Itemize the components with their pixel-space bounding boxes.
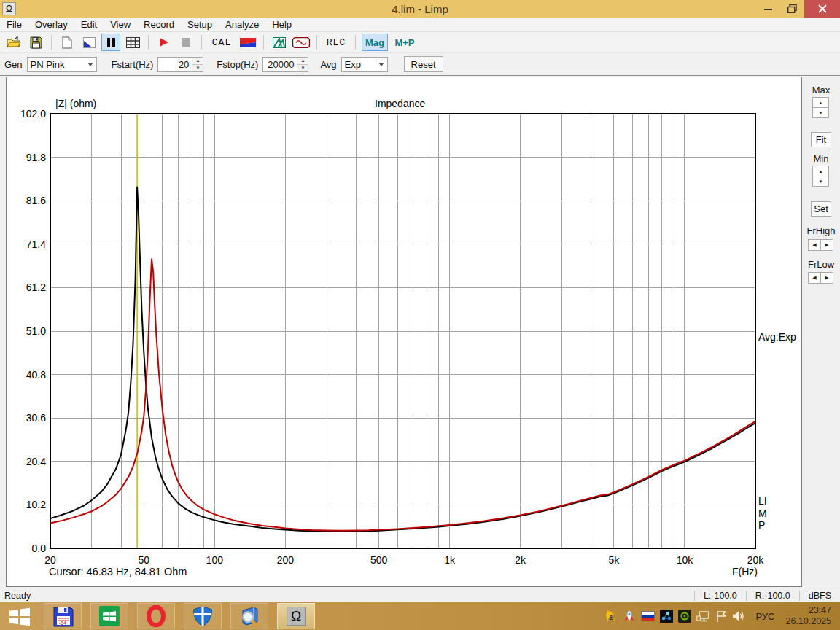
generator-setup-button[interactable] <box>79 34 98 51</box>
fstart-spinner[interactable]: ▲▼ <box>192 58 203 71</box>
max-down-button[interactable]: ▼ <box>812 107 829 118</box>
x-tick-label: 20k <box>734 554 777 566</box>
y-tick-label: 0.0 <box>9 542 46 554</box>
save-button[interactable] <box>26 34 45 51</box>
x-tick-label: 5k <box>592 554 636 566</box>
record-play-button[interactable] <box>155 34 174 51</box>
avg-value: Exp <box>345 59 361 70</box>
action-center-flag-icon[interactable] <box>715 610 727 623</box>
x-tick-label: 20 <box>28 554 72 566</box>
taskbar-app-search[interactable] <box>230 603 268 629</box>
reset-button[interactable]: Reset <box>404 56 443 72</box>
menu-item-record[interactable]: Record <box>137 18 181 31</box>
frlow-right-button[interactable]: ▶ <box>820 272 833 284</box>
chart-title: Impedance <box>375 98 425 109</box>
stop-icon <box>182 38 190 47</box>
generator-type-select[interactable]: PN Pink <box>27 57 97 72</box>
magnitude-view-button[interactable]: Mag <box>362 34 388 51</box>
molecule-icon[interactable] <box>660 610 673 623</box>
chevron-down-icon <box>378 63 384 66</box>
min-down-button[interactable]: ▼ <box>812 176 829 187</box>
cursor-readout: Cursor: 46.83 Hz, 84.81 Ohm <box>49 566 187 578</box>
toolbar: CAL RLC Mag M+P <box>0 32 840 53</box>
system-tray: a <box>604 605 840 627</box>
stop-button[interactable] <box>176 34 195 51</box>
fit-button[interactable]: Fit <box>811 132 831 147</box>
restore-icon <box>788 4 797 13</box>
max-up-button[interactable]: ▲ <box>812 97 829 108</box>
calibrate-button[interactable]: CAL <box>208 34 236 51</box>
level-meter-button[interactable] <box>238 34 257 51</box>
avg-select[interactable]: Exp <box>341 57 388 72</box>
svg-text:-64·: -64· <box>59 621 68 626</box>
frhigh-left-button[interactable]: ◀ <box>808 239 821 251</box>
impedance-overlay-curve <box>50 259 755 531</box>
start-button[interactable] <box>0 602 39 630</box>
menu-item-help[interactable]: Help <box>265 18 298 31</box>
taskbar-app-limp[interactable]: Ω <box>277 603 315 629</box>
y-tick-label: 81.6 <box>9 195 46 206</box>
restore-button[interactable] <box>780 0 804 18</box>
menu-item-setup[interactable]: Setup <box>181 18 219 31</box>
punto-switcher-icon[interactable]: a <box>604 610 618 623</box>
x-tick-label: 200 <box>263 554 307 566</box>
taskbar-app-floppy64[interactable]: -64· <box>44 603 82 629</box>
fstop-spinbox[interactable]: 20000 ▲▼ <box>262 57 308 72</box>
ru-flag-icon[interactable] <box>641 611 655 621</box>
left-level-readout: L:-100.0 <box>694 591 746 601</box>
frlow-left-button[interactable]: ◀ <box>808 272 821 284</box>
menu-item-overlay[interactable]: Overlay <box>28 18 74 31</box>
frlow-label: FrLow <box>802 259 840 270</box>
open-file-button[interactable] <box>4 34 23 51</box>
x-tick-label: 500 <box>357 554 401 566</box>
magnitude-phase-view-button[interactable]: M+P <box>391 34 419 51</box>
network-icon[interactable] <box>696 610 710 623</box>
y-tick-label: 10.2 <box>9 499 46 510</box>
frhigh-right-button[interactable]: ▶ <box>820 239 833 251</box>
calibrate-icon: CAL <box>212 37 231 48</box>
impedance-current-curve <box>50 187 755 532</box>
impedance-chart[interactable]: |Z| (ohm) Impedance Avg:Exp LIMP Cursor:… <box>6 77 802 587</box>
clock-time: 23:47 <box>785 605 831 616</box>
menu-item-file[interactable]: File <box>0 18 28 31</box>
spectrum-button[interactable] <box>270 34 289 51</box>
gen-label: Gen <box>4 59 23 70</box>
clock[interactable]: 23:47 26.10.2025 <box>785 605 834 627</box>
y-tick-label: 40.8 <box>9 369 46 381</box>
sine-wave-icon <box>292 37 310 48</box>
fstop-spinner[interactable]: ▲▼ <box>297 58 308 71</box>
min-label: Min <box>802 153 840 164</box>
svg-text:a: a <box>610 613 614 621</box>
x-tick-label: 1k <box>428 554 472 566</box>
y-tick-label: 91.8 <box>9 152 46 163</box>
nvidia-icon[interactable] <box>678 610 691 623</box>
sine-wave-button[interactable] <box>292 34 311 51</box>
pause-button[interactable] <box>101 34 120 51</box>
save-icon <box>30 36 42 49</box>
x-tick-label: 2k <box>499 554 542 566</box>
speaker-icon[interactable] <box>732 610 744 622</box>
level-meter-icon <box>240 38 256 47</box>
fstart-spinbox[interactable]: 20 ▲▼ <box>158 57 203 72</box>
menu-item-view[interactable]: View <box>104 18 137 31</box>
rlc-meter-icon: RLC <box>327 37 346 48</box>
open-file-icon <box>7 36 21 48</box>
minimize-button[interactable] <box>756 0 780 18</box>
taskbar-app-store[interactable] <box>90 603 128 629</box>
taskbar-app-defender[interactable] <box>184 603 222 629</box>
table-button[interactable] <box>123 34 142 51</box>
copy-button[interactable] <box>58 34 77 51</box>
min-up-button[interactable]: ▲ <box>812 166 829 176</box>
frhigh-label: FrHigh <box>802 225 840 236</box>
limp-omega-app-icon: Ω <box>287 607 306 626</box>
x-tick-label: 50 <box>122 554 166 566</box>
rlc-button[interactable]: RLC <box>323 34 349 51</box>
menu-item-analyze[interactable]: Analyze <box>219 18 265 31</box>
search-app-icon <box>238 605 260 627</box>
close-button[interactable] <box>804 0 840 18</box>
keyboard-language-indicator[interactable]: РУС <box>755 611 774 622</box>
set-button[interactable]: Set <box>811 201 831 217</box>
rocket-icon[interactable] <box>623 610 636 623</box>
taskbar-app-opera[interactable] <box>137 603 175 629</box>
menu-item-edit[interactable]: Edit <box>74 18 104 31</box>
